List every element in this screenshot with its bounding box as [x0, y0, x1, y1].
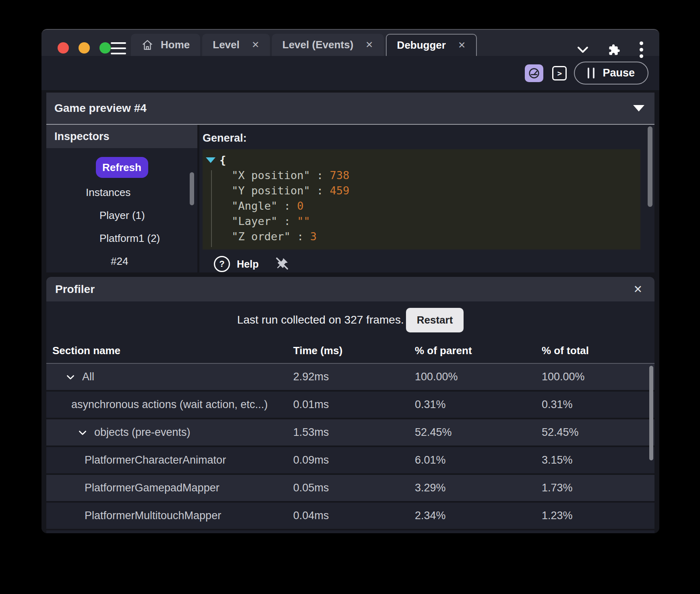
tree-item-instances[interactable]: Instances: [46, 181, 197, 204]
column-header-section-name: Section name: [52, 344, 293, 357]
percent-of-parent-value: 2.34%: [415, 509, 542, 522]
time-value: 0.04ms: [293, 509, 415, 522]
time-value: 2.92ms: [293, 371, 415, 383]
column-header-percent-of-total: % of total: [542, 344, 654, 357]
tab-level-events[interactable]: Level (Events) ✕: [272, 34, 384, 56]
percent-of-total-value: 3.15%: [542, 454, 654, 466]
tree-item-instance-24[interactable]: #24: [46, 250, 197, 273]
tab-home[interactable]: Home: [131, 34, 200, 56]
pause-label: Pause: [603, 67, 635, 79]
json-line-y-position: "Y position" : 459: [206, 183, 640, 198]
column-header-percent-of-parent: % of parent: [415, 344, 542, 357]
tab-level[interactable]: Level ✕: [202, 34, 270, 56]
tab-label: Home: [161, 39, 190, 51]
general-scrollbar[interactable]: [648, 126, 652, 207]
chevron-down-icon[interactable]: [577, 46, 589, 54]
table-row[interactable]: PlatformerCharacterAnimator 0.09ms 6.01%…: [46, 447, 654, 475]
debugger-window: Home Level ✕ Level (Events) ✕ Debugger ✕: [41, 29, 659, 533]
minimize-window-button[interactable]: [79, 42, 90, 54]
help-icon[interactable]: ?: [214, 256, 230, 272]
profiler-status-row: Last run collected on 327 frames. Restar…: [46, 301, 654, 338]
section-name: PlatformerCharacterAnimator: [85, 454, 226, 466]
instance-json-view: { "X position" : 738 "Y position" : 459 …: [203, 149, 640, 250]
inspectors-header: Inspectors: [46, 125, 197, 148]
column-header-time: Time (ms): [293, 344, 415, 357]
percent-of-parent-value: 0.31%: [415, 398, 542, 411]
refresh-button[interactable]: Refresh: [96, 157, 148, 178]
percent-of-parent-value: 52.45%: [415, 426, 542, 439]
section-name: PlatformerGamepadMapper: [85, 482, 220, 494]
collapse-expander-icon[interactable]: [206, 157, 215, 163]
profiler-toggle-button[interactable]: [525, 64, 543, 82]
home-icon: [141, 39, 153, 51]
more-options-icon[interactable]: [640, 41, 643, 58]
table-row[interactable]: All 2.92ms 100.00% 100.00%: [46, 364, 654, 392]
maximize-window-button[interactable]: [99, 42, 111, 54]
collapse-caret-icon[interactable]: [633, 105, 644, 111]
collapse-row-icon[interactable]: [77, 427, 88, 438]
tab-label: Debugger: [397, 39, 446, 52]
instances-tree: Instances Player (1) Platform1 (2) #24: [46, 181, 197, 273]
tab-label: Level: [213, 39, 240, 51]
menu-icon[interactable]: [111, 42, 126, 54]
close-window-button[interactable]: [58, 42, 69, 54]
close-profiler-icon[interactable]: ✕: [633, 283, 642, 296]
percent-of-parent-value: 100.00%: [415, 371, 542, 383]
game-preview-title: Game preview #4: [54, 102, 147, 115]
speedometer-icon: [528, 67, 541, 80]
close-tab-icon[interactable]: ✕: [453, 40, 466, 51]
inspectors-panel: Inspectors Refresh Instances Player (1) …: [46, 125, 199, 272]
table-row[interactable]: objects (pre-events) 1.53ms 52.45% 52.45…: [46, 419, 654, 447]
tree-item-platform1[interactable]: Platform1 (2): [46, 227, 197, 250]
tabbar-right-icons: [577, 41, 643, 58]
close-tab-icon[interactable]: ✕: [247, 39, 259, 50]
percent-of-total-value: 1.73%: [542, 482, 654, 494]
general-title: General:: [203, 132, 640, 144]
debugger-content: Game preview #4 Inspectors Refresh Insta…: [41, 90, 659, 533]
extensions-puzzle-icon[interactable]: [608, 44, 620, 56]
help-link[interactable]: Help: [237, 258, 259, 270]
percent-of-parent-value: 6.01%: [415, 454, 542, 466]
json-line-layer: "Layer" : "": [206, 214, 640, 229]
profiler-table-header: Section name Time (ms) % of parent % of …: [46, 338, 654, 364]
indent-guide: [211, 170, 212, 247]
section-name: asynchronous actions (wait action, etc..…: [71, 398, 268, 411]
general-panel: General: { "X position" : 738 "Y positio…: [199, 125, 654, 272]
inspectors-scrollbar[interactable]: [190, 172, 194, 205]
time-value: 1.53ms: [293, 426, 415, 439]
console-glyph: >: [557, 69, 562, 78]
tabs: Home Level ✕ Level (Events) ✕ Debugger ✕: [131, 34, 477, 56]
section-gap: [46, 272, 654, 277]
tab-debugger[interactable]: Debugger ✕: [386, 34, 477, 56]
pause-button[interactable]: Pause: [574, 62, 648, 85]
profiler-scrollbar[interactable]: [649, 366, 653, 460]
inspectors-title: Inspectors: [54, 130, 110, 143]
game-preview-header[interactable]: Game preview #4: [46, 93, 654, 124]
json-line-x-position: "X position" : 738: [206, 168, 640, 183]
section-name: objects (pre-events): [94, 426, 191, 439]
json-line-z-order: "Z order" : 3: [206, 229, 640, 244]
traffic-lights: [58, 42, 111, 54]
percent-of-total-value: 100.00%: [542, 371, 654, 383]
time-value: 0.01ms: [293, 398, 415, 411]
restart-button[interactable]: Restart: [406, 308, 464, 332]
tree-item-player[interactable]: Player (1): [46, 204, 197, 227]
table-row[interactable]: asynchronous actions (wait action, etc..…: [46, 392, 654, 419]
time-value: 0.09ms: [293, 454, 415, 466]
profiler-title: Profiler: [55, 283, 95, 296]
percent-of-total-value: 1.23%: [542, 509, 654, 522]
profiler-status-text: Last run collected on 327 frames.: [237, 314, 404, 326]
open-brace: {: [220, 153, 226, 168]
table-row[interactable]: PlatformerMultitouchMapper 0.04ms 2.34% …: [46, 503, 654, 530]
close-tab-icon[interactable]: ✕: [360, 39, 373, 50]
help-row: ? Help: [214, 256, 640, 272]
screenshot-stage: Home Level ✕ Level (Events) ✕ Debugger ✕: [0, 0, 700, 594]
section-name: All: [82, 371, 94, 383]
console-button[interactable]: >: [552, 66, 567, 80]
json-line-angle: "Angle" : 0: [206, 198, 640, 214]
collapse-row-icon[interactable]: [65, 372, 76, 382]
time-value: 0.05ms: [293, 482, 415, 494]
table-row[interactable]: PlatformerGamepadMapper 0.05ms 3.29% 1.7…: [46, 475, 654, 503]
percent-of-total-value: 52.45%: [542, 426, 654, 439]
unpin-icon[interactable]: [275, 257, 289, 271]
